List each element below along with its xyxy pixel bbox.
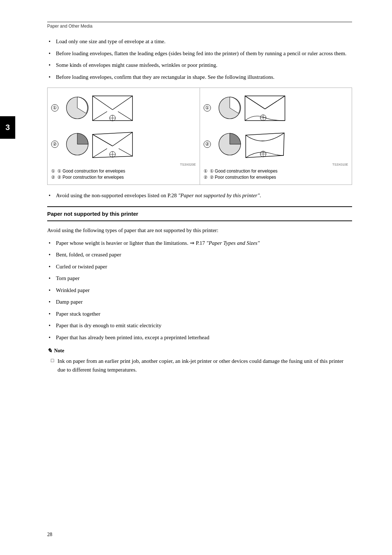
illus-code-left: TS3X020E <box>51 163 196 166</box>
caption-num: ② <box>204 175 208 180</box>
list-item: Curled or twisted paper <box>47 263 352 271</box>
svg-line-13 <box>119 149 132 156</box>
paper-bullet-list: Paper whose weight is heavier or lighter… <box>47 239 352 342</box>
chapter-number: 3 <box>5 123 10 132</box>
list-item: Load only one size and type of envelope … <box>47 37 352 46</box>
svg-line-12 <box>93 149 107 158</box>
illus-panel-left: ① ② <box>48 88 200 185</box>
svg-line-2 <box>93 96 113 110</box>
note-body-text: Ink on paper from an earlier print job, … <box>57 357 352 374</box>
list-item: Damp paper <box>47 298 352 306</box>
section-rule-bottom <box>47 220 352 221</box>
illustrations-container: ① ② <box>47 88 352 185</box>
note-icon: ✎ <box>47 347 52 354</box>
svg-line-10 <box>93 134 113 146</box>
envelope-good-left <box>64 92 136 124</box>
envelope-good-right <box>216 92 289 124</box>
note-section: ✎ Note □ Ink on paper from an earlier pr… <box>47 347 352 374</box>
list-item: Paper that has already been printed into… <box>47 333 352 342</box>
note-label: ✎ Note <box>47 347 352 354</box>
section-intro: Avoid using the following types of paper… <box>47 226 352 235</box>
svg-line-5 <box>118 112 132 121</box>
note-checkbox-icon: □ <box>51 358 54 364</box>
avoid-bullet: Avoid using the non-supported envelopes … <box>47 191 352 200</box>
section-rule-top <box>47 206 352 207</box>
caption-num: ① <box>51 169 55 174</box>
list-item: Wrinkled paper <box>47 286 352 295</box>
svg-line-3 <box>113 96 132 110</box>
list-item: Before loading envelopes, flatten the le… <box>47 49 352 58</box>
illus-caption-right: ①① Good construction for envelopes ②② Po… <box>204 169 348 180</box>
svg-line-4 <box>93 112 107 121</box>
svg-line-20 <box>265 96 285 109</box>
caption-num: ② <box>51 175 55 180</box>
note-label-text: Note <box>54 348 64 354</box>
page-number: 28 <box>47 532 52 538</box>
circle-num-1-right: ① <box>204 104 211 112</box>
note-item: □ Ink on paper from an earlier print job… <box>47 357 352 374</box>
list-item: Paper whose weight is heavier or lighter… <box>47 239 352 247</box>
illus-code-right: TS3X010E <box>204 163 348 166</box>
intro-bullet-list: Load only one size and type of envelope … <box>47 37 352 81</box>
header-text: Paper and Other Media <box>47 22 352 29</box>
svg-line-19 <box>245 96 265 109</box>
avoid-item: Avoid using the non-supported envelopes … <box>47 191 352 200</box>
circle-num-1-left: ① <box>51 104 58 112</box>
illus-panel-right: ① ② <box>200 88 352 185</box>
list-item: Before loading envelopes, confirm that t… <box>47 73 352 81</box>
list-item: Some kinds of envelopes might cause misf… <box>47 61 352 69</box>
section-heading: Paper not supported by this printer <box>47 208 352 219</box>
page: 3 Paper and Other Media Load only one si… <box>0 0 392 555</box>
avoid-italic-ref: "Paper not supported by this printer" <box>178 193 260 198</box>
envelope-poor-right <box>216 128 289 161</box>
chapter-tab: 3 <box>0 116 15 139</box>
envelope-poor-left <box>64 128 136 161</box>
caption-num: ① <box>204 169 208 174</box>
list-item: Bent, folded, or creased paper <box>47 251 352 259</box>
list-item: Paper stuck together <box>47 310 352 318</box>
svg-line-11 <box>113 132 132 146</box>
circle-num-2-left: ② <box>51 141 58 148</box>
illus-caption-left: ①① Good construction for envelopes ②② Po… <box>51 169 196 180</box>
header-area: Paper and Other Media <box>47 22 352 31</box>
list-item: Paper that is dry enough to emit static … <box>47 321 352 330</box>
list-item: Torn paper <box>47 274 352 283</box>
circle-num-2-right: ② <box>204 141 211 148</box>
